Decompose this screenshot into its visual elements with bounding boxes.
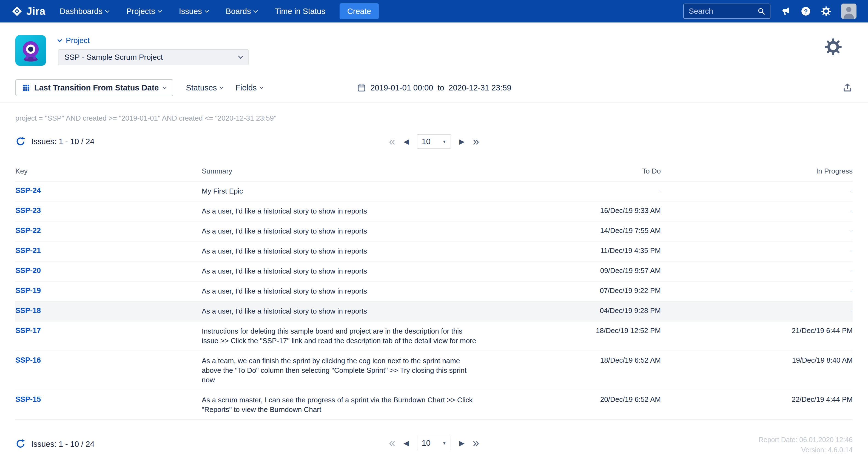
- table-row: SSP-23As a user, I'd like a historical s…: [16, 201, 852, 221]
- chevron-down-icon: [239, 54, 243, 59]
- prev-page-button[interactable]: ◀: [403, 138, 409, 145]
- date-separator: to: [437, 83, 444, 92]
- inprogress-date-cell: -: [661, 201, 852, 221]
- summary-cell: As a user, I'd like a historical story t…: [202, 301, 491, 321]
- column-header-todo[interactable]: To Do: [491, 162, 661, 181]
- todo-date-cell: 14/Dec/19 7:55 AM: [491, 221, 661, 241]
- help-icon[interactable]: ?: [801, 6, 811, 17]
- inprogress-date-cell: 21/Dec/19 6:44 PM: [661, 321, 852, 351]
- issue-summary: As a team, we can finish the sprint by c…: [202, 356, 478, 385]
- announcement-icon[interactable]: [780, 6, 791, 17]
- column-header-key[interactable]: Key: [16, 162, 202, 181]
- issue-key-link[interactable]: SSP-21: [16, 246, 41, 255]
- statuses-dropdown[interactable]: Statuses: [186, 83, 223, 92]
- last-page-button[interactable]: »: [473, 437, 479, 449]
- summary-cell: As a user, I'd like a historical story t…: [202, 221, 491, 241]
- svg-text:?: ?: [804, 8, 808, 15]
- nav-item-boards[interactable]: Boards: [226, 7, 257, 16]
- nav-item-label: Issues: [179, 7, 202, 16]
- table-row: SSP-21As a user, I'd like a historical s…: [16, 241, 852, 261]
- search-box[interactable]: [683, 4, 770, 19]
- refresh-icon[interactable]: [16, 438, 26, 449]
- grid-icon: [23, 84, 30, 92]
- summary-cell: As a user, I'd like a historical story t…: [202, 261, 491, 281]
- summary-cell: As a team, we can finish the sprint by c…: [202, 351, 491, 390]
- table-header-row: Key Summary To Do In Progress: [16, 162, 852, 181]
- last-page-button[interactable]: »: [473, 136, 479, 147]
- create-button[interactable]: Create: [340, 3, 379, 19]
- todo-date-cell: 20/Dec/19 6:52 AM: [491, 390, 661, 420]
- issue-summary: As a user, I'd like a historical story t…: [202, 266, 478, 276]
- caret-down-icon: ▼: [442, 441, 446, 446]
- column-header-inprogress[interactable]: In Progress: [661, 162, 852, 181]
- next-page-button[interactable]: ▶: [459, 138, 465, 145]
- issue-summary: As a user, I'd like a historical story t…: [202, 226, 478, 236]
- prev-page-button[interactable]: ◀: [403, 439, 409, 447]
- jira-logo[interactable]: Jira: [11, 5, 45, 17]
- settings-gear-icon[interactable]: [821, 6, 831, 17]
- project-section-toggle[interactable]: Project: [58, 36, 249, 45]
- chevron-down-icon: [58, 37, 62, 42]
- key-cell: SSP-16: [16, 351, 202, 390]
- column-header-summary[interactable]: Summary: [202, 162, 491, 181]
- issue-key-link[interactable]: SSP-19: [16, 286, 41, 295]
- issue-key-link[interactable]: SSP-17: [16, 327, 41, 335]
- project-select[interactable]: SSP - Sample Scrum Project: [58, 49, 249, 65]
- caret-down-icon: ▼: [442, 139, 446, 144]
- key-cell: SSP-15: [16, 390, 202, 420]
- issue-key-link[interactable]: SSP-20: [16, 266, 41, 275]
- fields-dropdown[interactable]: Fields: [236, 83, 262, 92]
- nav-item-dashboards[interactable]: Dashboards: [60, 7, 109, 16]
- export-icon[interactable]: [842, 83, 852, 93]
- issue-key-link[interactable]: SSP-23: [16, 206, 41, 215]
- table-row: SSP-18As a user, I'd like a historical s…: [16, 301, 852, 321]
- page-size-value: 10: [422, 137, 431, 146]
- summary-cell: As a user, I'd like a historical story t…: [202, 201, 491, 221]
- issue-key-link[interactable]: SSP-16: [16, 356, 41, 364]
- next-page-button[interactable]: ▶: [459, 439, 465, 447]
- navbar-right: ?: [683, 4, 857, 19]
- chevron-down-icon: [253, 8, 258, 12]
- todo-date-cell: 04/Dec/19 9:28 PM: [491, 301, 661, 321]
- report-version: Version: 4.6.0.14: [758, 445, 852, 455]
- table-row: SSP-15As a scrum master, I can see the p…: [16, 390, 852, 420]
- refresh-icon[interactable]: [16, 136, 26, 147]
- nav-item-time-in-status[interactable]: Time in Status: [275, 7, 325, 16]
- page: Jira Dashboards Projects Issues Boards T…: [0, 0, 868, 455]
- issue-summary: My First Epic: [202, 186, 478, 196]
- pagination: « ◀ 10 ▼ ▶ »: [389, 436, 479, 450]
- first-page-button[interactable]: «: [389, 136, 395, 147]
- table-row: SSP-17Instructions for deleting this sam…: [16, 321, 852, 351]
- issue-key-link[interactable]: SSP-15: [16, 395, 41, 403]
- date-from: 2019-01-01 00:00: [370, 83, 433, 92]
- todo-date-cell: 07/Dec/19 9:22 PM: [491, 281, 661, 301]
- nav-item-issues[interactable]: Issues: [179, 7, 208, 16]
- page-size-select[interactable]: 10 ▼: [417, 134, 451, 149]
- summary-cell: Instructions for deleting this sample bo…: [202, 321, 491, 351]
- table-row: SSP-24My First Epic--: [16, 181, 852, 201]
- page-size-value: 10: [422, 438, 431, 448]
- summary-cell: As a user, I'd like a historical story t…: [202, 281, 491, 301]
- search-input[interactable]: [688, 7, 754, 16]
- user-avatar[interactable]: [841, 4, 857, 19]
- inprogress-date-cell: -: [661, 241, 852, 261]
- project-section-label: Project: [66, 36, 90, 45]
- issue-summary: As a user, I'd like a historical story t…: [202, 306, 478, 316]
- inprogress-date-cell: -: [661, 261, 852, 281]
- issue-key-link[interactable]: SSP-18: [16, 306, 41, 315]
- nav-item-projects[interactable]: Projects: [126, 7, 161, 16]
- report-settings-gear-icon[interactable]: [824, 38, 842, 57]
- page-size-select[interactable]: 10 ▼: [417, 436, 451, 450]
- calendar-icon: [356, 83, 366, 92]
- issue-key-link[interactable]: SSP-22: [16, 226, 41, 235]
- first-page-button[interactable]: «: [389, 437, 395, 449]
- issue-key-link[interactable]: SSP-24: [16, 186, 41, 194]
- inprogress-date-cell: 19/Dec/19 8:40 AM: [661, 351, 852, 390]
- chevron-down-icon: [205, 8, 209, 12]
- key-cell: SSP-20: [16, 261, 202, 281]
- report-type-dropdown[interactable]: Last Transition From Status Date: [16, 79, 173, 96]
- nav-item-label: Time in Status: [275, 7, 325, 16]
- nav-item-label: Boards: [226, 7, 251, 16]
- date-range[interactable]: 2019-01-01 00:00 to 2020-12-31 23:59: [356, 83, 511, 92]
- todo-date-cell: 18/Dec/19 12:52 PM: [491, 321, 661, 351]
